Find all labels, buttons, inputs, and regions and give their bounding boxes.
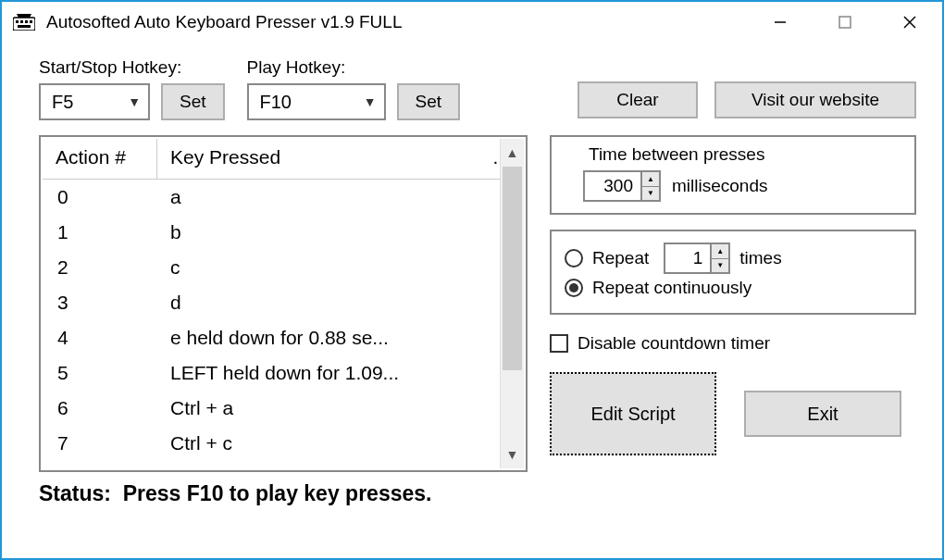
cell-key-pressed: c: [157, 256, 524, 279]
list-row[interactable]: 7Ctrl + c: [43, 426, 524, 461]
scroll-down-arrow-icon[interactable]: ▼: [501, 441, 524, 468]
cell-action-number: 0: [43, 186, 157, 208]
window-controls: [748, 2, 942, 43]
cell-action-number: 3: [43, 292, 157, 314]
start-stop-hotkey-combo[interactable]: F5 ▼: [39, 83, 150, 120]
time-unit-label: milliseconds: [672, 176, 767, 196]
status-bar: Status: Press F10 to play key presses.: [39, 481, 916, 506]
window-title: Autosofted Auto Keyboard Presser v1.9 FU…: [46, 12, 402, 32]
maximize-button[interactable]: [813, 2, 877, 43]
cell-action-number: 2: [43, 256, 157, 279]
close-button[interactable]: [877, 2, 942, 43]
cell-key-pressed: b: [157, 221, 524, 243]
play-hotkey-value: F10: [260, 92, 292, 113]
keyboard-app-icon: [13, 11, 35, 33]
disable-countdown-checkbox[interactable]: Disable countdown timer: [550, 333, 916, 354]
start-stop-hotkey-label: Start/Stop Hotkey:: [39, 57, 225, 78]
list-row[interactable]: 2c: [43, 250, 524, 285]
cell-key-pressed: e held down for 0.88 se...: [157, 327, 524, 349]
svg-rect-4: [30, 20, 32, 23]
checkbox-icon: [550, 334, 568, 353]
visit-website-button[interactable]: Visit our website: [714, 81, 916, 118]
time-down-arrow-icon[interactable]: ▼: [642, 187, 659, 201]
repeat-count-spinner[interactable]: ▲ ▼: [664, 243, 730, 274]
cell-action-number: 5: [43, 362, 157, 384]
list-row[interactable]: 0a: [43, 180, 524, 215]
status-text: Press F10 to play key presses.: [123, 481, 432, 505]
header-key-col[interactable]: Key Pressed ...: [157, 139, 524, 179]
list-row[interactable]: 4e held down for 0.88 se...: [43, 320, 524, 355]
radio-on-icon: [565, 279, 583, 297]
cell-key-pressed: Ctrl + a: [157, 397, 524, 419]
cell-key-pressed: d: [157, 292, 524, 314]
list-row[interactable]: 1b: [43, 215, 524, 250]
exit-button[interactable]: Exit: [744, 391, 901, 437]
list-row[interactable]: 5LEFT held down for 1.09...: [43, 355, 524, 391]
cell-action-number: 4: [43, 327, 157, 349]
edit-script-button[interactable]: Edit Script: [550, 372, 716, 455]
repeat-count-input[interactable]: [664, 243, 710, 274]
header-action-col[interactable]: Action #: [43, 139, 157, 179]
repeat-panel: Repeat ▲ ▼ times Repeat continuously: [550, 230, 916, 315]
list-row[interactable]: 6Ctrl + a: [43, 391, 524, 426]
scroll-track[interactable]: [501, 167, 524, 441]
cell-action-number: 1: [43, 221, 157, 243]
cell-key-pressed: Ctrl + c: [157, 432, 524, 454]
scroll-up-arrow-icon[interactable]: ▲: [501, 139, 524, 167]
radio-off-icon: [565, 249, 583, 268]
svg-rect-2: [20, 20, 23, 23]
key-list[interactable]: Action # Key Pressed ... 0a1b2c3d4e held…: [39, 135, 528, 472]
cell-action-number: 6: [43, 397, 157, 419]
chevron-down-icon: ▼: [364, 94, 377, 109]
start-stop-set-button[interactable]: Set: [161, 83, 225, 120]
repeat-times-radio[interactable]: Repeat ▲ ▼ times: [565, 243, 901, 274]
scroll-thumb[interactable]: [503, 167, 522, 370]
repeat-down-arrow-icon[interactable]: ▼: [712, 259, 728, 273]
svg-rect-1: [16, 20, 19, 23]
clear-button[interactable]: Clear: [578, 81, 698, 118]
list-row[interactable]: 3d: [43, 285, 524, 320]
cell-action-number: 7: [43, 432, 157, 454]
time-between-presses-panel: Time between presses ▲ ▼ milliseconds: [550, 135, 916, 215]
app-window: Autosofted Auto Keyboard Presser v1.9 FU…: [0, 0, 944, 560]
time-spinner[interactable]: ▲ ▼: [583, 170, 661, 202]
svg-rect-0: [13, 18, 35, 31]
time-between-presses-title: Time between presses: [565, 144, 901, 165]
time-value-input[interactable]: [583, 170, 640, 202]
minimize-button[interactable]: [748, 2, 813, 43]
cell-key-pressed: LEFT held down for 1.09...: [157, 362, 524, 384]
chevron-down-icon: ▼: [128, 94, 141, 109]
svg-rect-3: [25, 20, 28, 23]
svg-rect-7: [839, 17, 851, 28]
cell-key-pressed: a: [157, 186, 524, 208]
repeat-continuous-radio[interactable]: Repeat continuously: [565, 278, 901, 298]
start-stop-hotkey-value: F5: [52, 92, 73, 113]
play-hotkey-combo[interactable]: F10 ▼: [247, 83, 386, 120]
svg-rect-5: [18, 25, 31, 28]
play-hotkey-label: Play Hotkey:: [247, 57, 461, 78]
titlebar: Autosofted Auto Keyboard Presser v1.9 FU…: [2, 2, 942, 43]
list-header: Action # Key Pressed ...: [43, 139, 524, 180]
repeat-up-arrow-icon[interactable]: ▲: [712, 244, 728, 259]
play-set-button[interactable]: Set: [397, 83, 461, 120]
status-label: Status:: [39, 481, 111, 505]
time-up-arrow-icon[interactable]: ▲: [642, 172, 659, 187]
list-scrollbar[interactable]: ▲ ▼: [500, 139, 524, 468]
